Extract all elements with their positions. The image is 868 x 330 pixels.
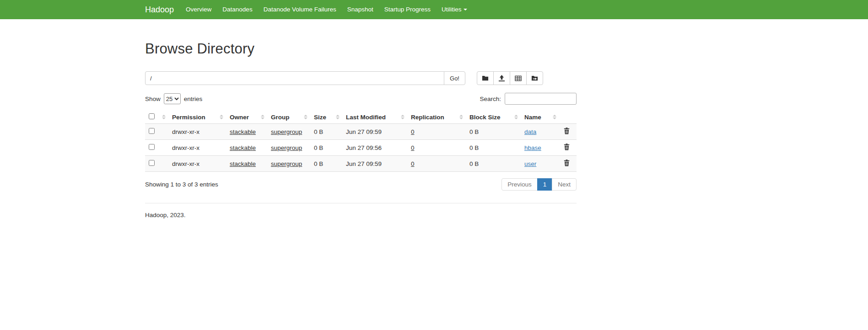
go-button[interactable]: Go! <box>444 71 465 85</box>
grid-view-button[interactable] <box>510 71 527 85</box>
row-checkbox[interactable] <box>149 160 155 166</box>
header-actions <box>559 111 577 124</box>
sort-icon <box>162 115 166 119</box>
page-size-control: Show 25 entries <box>145 93 202 104</box>
nav-datanodes[interactable]: Datanodes <box>217 0 258 19</box>
nav-startup-progress[interactable]: Startup Progress <box>379 0 436 19</box>
block-size-cell: 0 B <box>466 156 521 172</box>
group-value[interactable]: supergroup <box>271 144 302 151</box>
header-name[interactable]: Name <box>521 111 559 124</box>
copyright-text: Hadoop, 2023. <box>145 212 577 237</box>
nav-utilities[interactable]: Utilities <box>436 0 473 19</box>
group-cell: supergroup <box>267 140 310 156</box>
last-modified-cell: Jun 27 09:59 <box>342 156 407 172</box>
nav-utilities-label: Utilities <box>442 6 462 13</box>
group-value[interactable]: supergroup <box>271 160 302 167</box>
navbar-links: Overview Datanodes Datanode Volume Failu… <box>180 0 473 19</box>
replication-value[interactable]: 0 <box>411 128 415 135</box>
header-owner-label: Owner <box>230 114 249 121</box>
nav-datanode-volume-failures[interactable]: Datanode Volume Failures <box>258 0 342 19</box>
name-cell: data <box>521 124 559 140</box>
group-cell: supergroup <box>267 124 310 140</box>
delete-button[interactable] <box>563 160 571 166</box>
page-size-select[interactable]: 25 <box>164 93 181 104</box>
folder-icon <box>482 75 489 82</box>
owner-value[interactable]: stackable <box>230 160 256 167</box>
permission-cell: drwxr-xr-x <box>168 140 226 156</box>
owner-cell: stackable <box>226 124 267 140</box>
sort-icon <box>220 115 223 119</box>
select-all-checkbox[interactable] <box>149 113 155 119</box>
header-last-modified[interactable]: Last Modified <box>342 111 407 124</box>
pagination-previous[interactable]: Previous <box>501 178 538 191</box>
header-replication-label: Replication <box>411 114 444 121</box>
sort-icon <box>336 115 340 119</box>
replication-cell: 0 <box>407 140 466 156</box>
block-size-cell: 0 B <box>466 124 521 140</box>
header-group-label: Group <box>271 114 290 121</box>
sort-icon <box>401 115 404 119</box>
delete-button[interactable] <box>563 144 571 150</box>
folder-move-icon <box>531 75 538 82</box>
actions-cell <box>559 140 577 156</box>
header-permission[interactable]: Permission <box>168 111 226 124</box>
delete-button[interactable] <box>563 128 571 134</box>
navbar-container: Hadoop Overview Datanodes Datanode Volum… <box>145 0 577 19</box>
grid-icon <box>515 75 522 82</box>
name-cell: hbase <box>521 140 559 156</box>
entries-summary: Showing 1 to 3 of 3 entries <box>145 181 218 188</box>
permission-cell: drwxr-xr-x <box>168 156 226 172</box>
directory-table: Permission Owner Group Size Last Modifie… <box>145 111 577 172</box>
header-block-size[interactable]: Block Size <box>466 111 521 124</box>
table-header-row: Permission Owner Group Size Last Modifie… <box>145 111 577 124</box>
path-input-group: Go! <box>145 71 465 85</box>
table-row: drwxr-xr-x stackable supergroup 0 B Jun … <box>145 140 577 156</box>
header-replication[interactable]: Replication <box>407 111 466 124</box>
directory-link[interactable]: hbase <box>524 144 541 151</box>
owner-value[interactable]: stackable <box>230 144 256 151</box>
directory-link[interactable]: data <box>524 128 536 135</box>
sort-icon <box>553 115 556 119</box>
nav-snapshot[interactable]: Snapshot <box>342 0 379 19</box>
permission-cell: drwxr-xr-x <box>168 124 226 140</box>
header-owner[interactable]: Owner <box>226 111 267 124</box>
show-label: Show <box>145 96 161 102</box>
create-directory-button[interactable] <box>477 71 494 85</box>
last-modified-cell: Jun 27 09:59 <box>342 124 407 140</box>
directory-link[interactable]: user <box>524 160 536 167</box>
nav-overview[interactable]: Overview <box>180 0 217 19</box>
block-size-cell: 0 B <box>466 140 521 156</box>
upload-file-button[interactable] <box>493 71 510 85</box>
row-select-cell <box>145 124 168 140</box>
main-content: Browse Directory Go! Show 25 <box>145 41 577 237</box>
sort-icon <box>304 115 307 119</box>
caret-down-icon <box>464 9 467 11</box>
entries-label: entries <box>184 96 203 102</box>
explorer-toolbar: Go! <box>145 71 577 85</box>
pagination: Previous 1 Next <box>501 178 577 191</box>
select-all-header[interactable] <box>145 111 168 124</box>
search-control: Search: <box>480 93 577 105</box>
table-footer: Showing 1 to 3 of 3 entries Previous 1 N… <box>145 178 577 191</box>
row-checkbox[interactable] <box>149 144 155 150</box>
group-value[interactable]: supergroup <box>271 128 302 135</box>
pagination-next[interactable]: Next <box>552 178 577 191</box>
move-button[interactable] <box>526 71 543 85</box>
pagination-page-1[interactable]: 1 <box>537 178 553 191</box>
sort-icon <box>514 115 518 119</box>
name-cell: user <box>521 156 559 172</box>
actions-cell <box>559 124 577 140</box>
brand-hadoop[interactable]: Hadoop <box>145 0 174 19</box>
row-checkbox[interactable] <box>149 128 155 134</box>
replication-value[interactable]: 0 <box>411 144 415 151</box>
search-input[interactable] <box>505 93 577 105</box>
owner-value[interactable]: stackable <box>230 128 256 135</box>
table-row: drwxr-xr-x stackable supergroup 0 B Jun … <box>145 124 577 140</box>
actions-cell <box>559 156 577 172</box>
directory-path-input[interactable] <box>145 71 444 85</box>
header-size[interactable]: Size <box>310 111 342 124</box>
trash-icon <box>564 160 570 166</box>
header-permission-label: Permission <box>172 114 205 121</box>
header-group[interactable]: Group <box>267 111 310 124</box>
replication-value[interactable]: 0 <box>411 160 415 167</box>
